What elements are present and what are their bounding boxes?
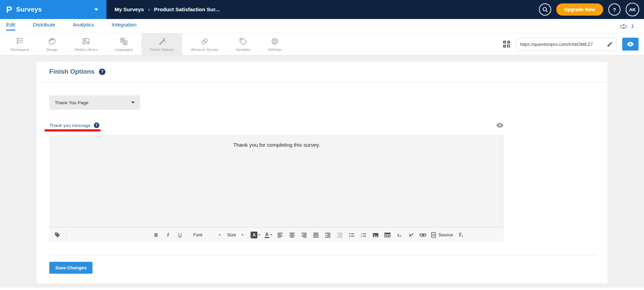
numbered-list-button[interactable]: 1 2 [359, 231, 368, 239]
finish-options-card: Finish Options ? Thank You Page Thank yo… [36, 61, 608, 284]
increase-indent-button[interactable] [324, 231, 332, 239]
top-bar: P Surveys My Surveys › Product Satisfact… [0, 0, 644, 19]
underline-button[interactable]: U [176, 231, 184, 239]
source-button[interactable]: Source [431, 231, 453, 239]
italic-button[interactable]: I [164, 231, 172, 239]
finish-type-select[interactable]: Thank You Page [49, 95, 140, 110]
page-title: Finish Options [49, 68, 95, 75]
tab-distribute[interactable]: Distribute [33, 19, 55, 33]
magic-wand-icon [157, 37, 166, 46]
ribbon-item-workspace[interactable]: Workspace [2, 33, 38, 55]
editor-content-area[interactable]: Thank you for completing this survey. [49, 135, 504, 227]
breadcrumb: My Surveys › Product Satisfaction Sur... [115, 6, 220, 13]
text-color-button[interactable]: A [264, 231, 272, 239]
chevron-down-icon [219, 234, 221, 236]
help-button[interactable]: ? [608, 3, 621, 16]
chevron-down-icon [241, 234, 243, 236]
image-icon [82, 37, 90, 46]
qr-code-icon[interactable] [503, 40, 511, 48]
palette-icon [48, 37, 56, 46]
insert-table-icon [384, 232, 391, 238]
source-code-icon [431, 232, 436, 238]
ribbon-item-variables[interactable]: Variables [227, 33, 259, 55]
preview-survey-button[interactable] [622, 38, 639, 51]
save-changes-button[interactable]: Save Changes [49, 262, 92, 274]
numbered-list-icon: 1 2 [360, 232, 367, 238]
red-annotation-underline [45, 129, 101, 131]
increase-indent-icon [325, 232, 331, 238]
translate-icon [119, 37, 128, 46]
workspace-icon [15, 37, 24, 46]
decrease-indent-icon [337, 232, 343, 238]
survey-url-input[interactable] [520, 42, 604, 47]
align-center-button[interactable] [288, 231, 296, 239]
editor-scrollbar[interactable] [497, 138, 497, 225]
align-justify-icon [313, 232, 319, 238]
insert-image-button[interactable] [371, 231, 379, 239]
align-left-icon [277, 232, 283, 238]
subscript-button[interactable]: x₂ [395, 231, 403, 239]
breadcrumb-my-surveys[interactable]: My Surveys [115, 6, 144, 13]
gear-icon [270, 37, 279, 46]
align-center-icon [289, 232, 295, 238]
thank-you-message-label: Thank you message [49, 123, 91, 128]
tab-analytics[interactable]: Analytics [73, 19, 94, 33]
insert-link-button[interactable] [419, 231, 427, 239]
search-button[interactable] [539, 3, 551, 16]
ribbon-item-media-library[interactable]: Media Library [66, 33, 106, 55]
thank-you-message-help-icon[interactable]: ? [94, 123, 99, 128]
background-color-icon: A [251, 232, 257, 238]
insert-table-button[interactable] [383, 231, 391, 239]
card-body: Thank You Page Thank you message ? [36, 82, 608, 274]
finish-type-selected-value: Thank You Page [55, 100, 88, 105]
tag-icon [239, 37, 248, 46]
collaborators-indicator[interactable]: 1 [619, 23, 644, 29]
upgrade-now-button[interactable]: Upgrade Now [556, 3, 603, 16]
ribbon-item-finish-options[interactable]: Finish Options [141, 33, 182, 55]
ribbon-item-languages[interactable]: Languages [106, 33, 141, 55]
decrease-indent-button[interactable] [336, 231, 344, 239]
section-divider [49, 255, 595, 255]
edit-url-pencil-icon[interactable] [607, 41, 613, 48]
ribbon-share-tools [503, 33, 644, 55]
tab-edit[interactable]: Edit [6, 19, 15, 33]
topbar-actions: Upgrade Now ? AK [539, 3, 644, 16]
bullet-list-button[interactable] [348, 231, 356, 239]
background-color-button[interactable]: A [251, 231, 260, 239]
superscript-button[interactable]: x² [407, 231, 415, 239]
ribbon-item-design[interactable]: Design [38, 33, 66, 55]
finish-options-help-icon[interactable]: ? [99, 69, 105, 75]
avatar[interactable]: AK [626, 3, 639, 16]
product-name: Surveys [16, 6, 90, 13]
ribbon-item-advance-quotas[interactable]: Advance Quotas [182, 33, 227, 55]
collaborator-count: 1 [631, 23, 634, 29]
breadcrumb-current-survey: Product Satisfaction Sur... [154, 6, 220, 13]
page-background: Finish Options ? Thank You Page Thank yo… [0, 55, 644, 290]
chevron-down-icon [270, 234, 272, 236]
tab-integration[interactable]: Integration [112, 19, 136, 33]
remove-format-button[interactable]: Tₓ [457, 231, 465, 239]
chevron-down-icon [94, 8, 98, 11]
bullet-list-icon [349, 232, 355, 238]
search-icon [542, 6, 548, 13]
preview-message-button[interactable] [496, 122, 504, 128]
footer-strip [0, 288, 644, 290]
bold-button[interactable]: B [152, 231, 160, 239]
toolbar-buttons: B I U Font Size A [152, 231, 465, 239]
align-left-button[interactable] [276, 231, 284, 239]
size-dropdown[interactable]: Size [227, 232, 243, 237]
rich-text-editor: Thank you for completing this survey. B … [49, 135, 504, 242]
chevron-down-icon [131, 102, 135, 104]
chain-links-icon [200, 37, 209, 46]
font-dropdown[interactable]: Font [193, 232, 221, 237]
editor-toolbar: B I U Font Size A [49, 227, 504, 242]
card-header: Finish Options ? [36, 62, 608, 82]
link-icon [420, 233, 426, 237]
ribbon-item-settings[interactable]: Settings [259, 33, 290, 55]
svg-text:1: 1 [361, 232, 362, 235]
merge-tag-icon[interactable] [54, 232, 61, 238]
product-switcher[interactable]: P Surveys [0, 0, 106, 19]
chevron-down-icon [258, 234, 260, 236]
align-justify-button[interactable] [312, 231, 320, 239]
align-right-button[interactable] [300, 231, 308, 239]
